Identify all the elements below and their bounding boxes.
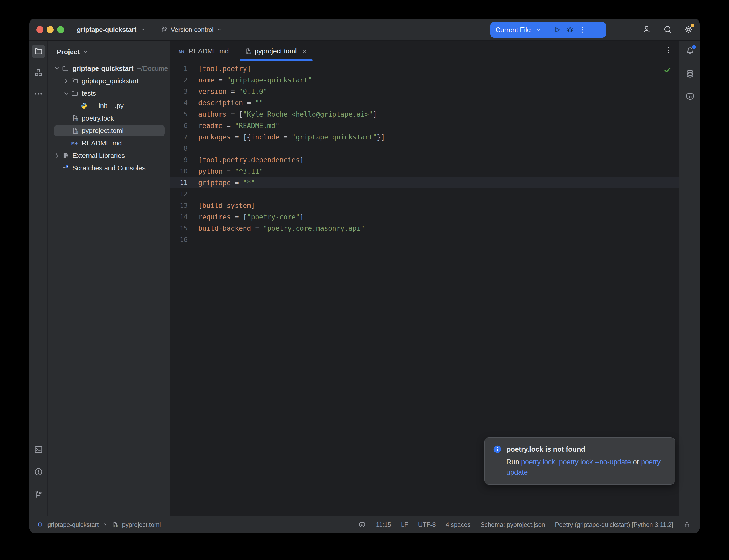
svg-text:[T]: [T] <box>73 118 78 121</box>
tree-item-label: griptape-quickstart <box>72 65 134 73</box>
inspection-ok-check-icon[interactable] <box>663 66 672 74</box>
problems-tool-window-button[interactable] <box>34 467 43 478</box>
line-number[interactable]: 15 <box>170 223 196 234</box>
chevron-right-icon[interactable] <box>62 78 71 84</box>
close-window-button[interactable] <box>36 26 43 33</box>
run-configuration-selector[interactable]: Current File <box>496 26 531 34</box>
settings-gear-icon[interactable] <box>684 25 693 34</box>
line-number[interactable]: 5 <box>170 109 196 120</box>
line-number[interactable]: 10 <box>170 166 196 177</box>
tree-item-label: Scratches and Consoles <box>72 164 145 172</box>
tree-item-scratches-and-consoles[interactable]: Scratches and Consoles <box>48 162 170 174</box>
tree-item-readme-md[interactable]: MREADME.md <box>48 137 170 149</box>
line-number[interactable]: 12 <box>170 188 196 200</box>
notifications-button[interactable] <box>685 46 695 57</box>
code-line-2[interactable]: 2name = "griptape-quickstart" <box>170 74 679 86</box>
status-widgets: 11:15LFUTF-84 spacesSchema: pyproject.js… <box>358 521 691 529</box>
debug-button[interactable] <box>566 25 574 34</box>
ide-window: griptape-quickstart Version control Curr… <box>29 19 700 533</box>
code-line-9[interactable]: 9[tool.poetry.dependencies] <box>170 154 679 166</box>
code-line-11[interactable]: 11griptape = "*" <box>170 177 679 188</box>
branch-icon <box>160 26 168 33</box>
line-number[interactable]: 4 <box>170 97 196 109</box>
code-line-4[interactable]: 4description = "" <box>170 97 679 109</box>
tree-item-external-libraries[interactable]: External Libraries <box>48 149 170 162</box>
titlebar-actions <box>642 19 693 40</box>
code-with-me-icon[interactable] <box>642 25 652 34</box>
chevron-down-icon[interactable] <box>62 90 71 97</box>
version-control-tool-window-button[interactable] <box>34 489 43 500</box>
line-text: requires = ["poetry-core"] <box>196 211 304 223</box>
title-bar: griptape-quickstart Version control Curr… <box>29 19 700 41</box>
vcs-widget[interactable]: Version control <box>160 19 222 40</box>
tree-item-init-py[interactable]: __init__.py <box>48 100 170 112</box>
breadcrumb-griptape-quickstart[interactable]: griptape-quickstart <box>47 521 99 528</box>
line-number[interactable]: 3 <box>170 86 196 97</box>
code-line-15[interactable]: 15build-backend = "poetry.core.masonry.a… <box>170 223 679 234</box>
chevron-down-icon <box>140 26 146 33</box>
project-tool-window-button[interactable] <box>32 45 45 58</box>
line-number[interactable]: 2 <box>170 74 196 86</box>
database-tool-window-button[interactable] <box>685 69 695 80</box>
status-python-interpreter[interactable]: Poetry (griptape-quickstart) [Python 3.1… <box>555 521 673 528</box>
tree-item-griptape-quickstart[interactable]: griptape_quickstart <box>48 75 170 87</box>
line-number[interactable]: 6 <box>170 120 196 131</box>
toml-icon: [T] <box>71 114 79 122</box>
line-number[interactable]: 16 <box>170 234 196 246</box>
line-number[interactable]: 11 <box>170 177 196 188</box>
status-indent-style[interactable]: 4 spaces <box>446 521 471 528</box>
search-everywhere-icon[interactable] <box>663 25 673 34</box>
status-file-encoding[interactable]: UTF-8 <box>418 521 436 528</box>
code-line-3[interactable]: 3version = "0.1.0" <box>170 86 679 97</box>
code-line-13[interactable]: 13[build-system] <box>170 200 679 211</box>
line-number[interactable]: 9 <box>170 154 196 166</box>
tree-item-tests[interactable]: tests <box>48 87 170 100</box>
more-tool-windows-button[interactable] <box>32 87 45 101</box>
line-number[interactable]: 13 <box>170 200 196 211</box>
tree-item-label: tests <box>82 89 96 97</box>
structure-tool-window-button[interactable] <box>32 66 45 79</box>
code-line-10[interactable]: 10python = "^3.11" <box>170 166 679 177</box>
run-button[interactable] <box>553 25 561 34</box>
terminal-icon <box>34 445 43 454</box>
code-line-12[interactable]: 12 <box>170 188 679 200</box>
chevron-down-icon[interactable] <box>536 27 542 33</box>
minimize-window-button[interactable] <box>47 26 54 33</box>
tab-readme-md[interactable]: MREADME.md <box>170 41 236 61</box>
zoom-window-button[interactable] <box>57 26 64 33</box>
breadcrumb-pyproject-toml[interactable]: pyproject.toml <box>122 521 161 528</box>
code-line-8[interactable]: 8 <box>170 143 679 154</box>
chevron-down-icon[interactable] <box>53 65 61 72</box>
code-line-1[interactable]: 1[tool.poetry] <box>170 63 679 74</box>
tree-item-pyproject-toml[interactable]: [T]pyproject.toml <box>48 124 170 137</box>
status-cursor-position[interactable]: 11:15 <box>376 521 391 528</box>
tree-item-poetry-lock[interactable]: [T]poetry.lock <box>48 112 170 124</box>
line-number[interactable]: 7 <box>170 131 196 143</box>
line-number[interactable]: 14 <box>170 211 196 223</box>
tab-close-icon[interactable] <box>301 48 308 55</box>
tree-item-griptape-quickstart[interactable]: griptape-quickstart~/Docume <box>48 62 170 75</box>
line-number[interactable]: 8 <box>170 143 196 154</box>
status-json-schema[interactable]: Schema: pyproject.json <box>481 521 545 528</box>
lock-open-icon[interactable] <box>683 521 691 529</box>
code-line-16[interactable]: 16 <box>170 234 679 246</box>
libraries-icon <box>61 152 69 159</box>
chevron-right-icon[interactable] <box>53 152 61 159</box>
code-line-6[interactable]: 6readme = "README.md" <box>170 120 679 131</box>
poetry-lock-no-update-link[interactable]: poetry lock --no-update <box>559 458 631 466</box>
code-line-7[interactable]: 7packages = [{include = "griptape_quicks… <box>170 131 679 143</box>
line-number[interactable]: 1 <box>170 63 196 74</box>
status-line-separator[interactable]: LF <box>401 521 408 528</box>
copilot-status-icon[interactable] <box>358 521 366 529</box>
editor-options-kebab-icon[interactable] <box>665 46 672 54</box>
tab-pyproject-toml[interactable]: [T]pyproject.toml <box>236 41 316 61</box>
project-widget[interactable]: griptape-quickstart <box>77 19 146 40</box>
project-panel-header[interactable]: Project <box>48 41 170 62</box>
poetry-lock-link[interactable]: poetry lock <box>521 458 555 466</box>
terminal-tool-window-button[interactable] <box>34 445 43 455</box>
more-run-options-button[interactable] <box>579 26 586 34</box>
line-text: build-backend = "poetry.core.masonry.api… <box>196 223 365 234</box>
code-line-14[interactable]: 14requires = ["poetry-core"] <box>170 211 679 223</box>
code-line-5[interactable]: 5authors = ["Kyle Roche <hello@griptape.… <box>170 109 679 120</box>
github-copilot-button[interactable] <box>685 92 695 102</box>
